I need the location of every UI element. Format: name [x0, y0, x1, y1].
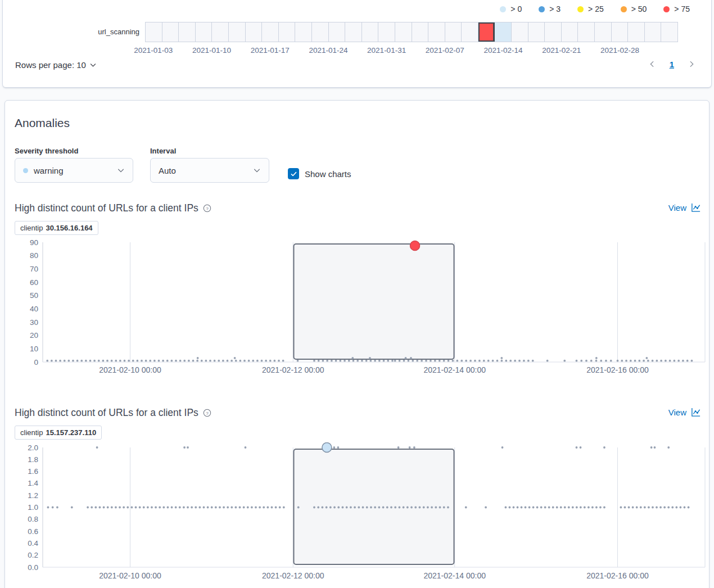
data-point	[584, 506, 586, 509]
data-point	[166, 360, 169, 362]
x-axis-tick-label: 2021-02-12 00:00	[262, 365, 324, 374]
data-point	[158, 360, 160, 362]
swimlane-cell[interactable]	[262, 22, 279, 42]
swimlane-cell[interactable]	[595, 22, 612, 42]
data-point	[354, 506, 356, 509]
data-point	[509, 506, 511, 509]
data-point	[448, 360, 450, 362]
anomaly-chart[interactable]: 01020304050607080902021-02-10 00:002021-…	[15, 239, 706, 377]
swimlane-cell[interactable]	[246, 22, 263, 42]
anomaly-marker[interactable]	[410, 241, 420, 250]
data-point	[124, 360, 126, 362]
clientip-badge: clientip 15.157.237.110	[15, 426, 102, 440]
data-point	[485, 506, 487, 509]
data-point	[136, 360, 138, 362]
data-point	[326, 360, 328, 362]
swimlane-cell[interactable]	[212, 22, 229, 42]
data-point	[346, 506, 348, 509]
swimlane-cell[interactable]	[495, 22, 512, 42]
next-page-button[interactable]	[686, 59, 697, 69]
data-point	[139, 506, 141, 509]
data-point	[684, 506, 686, 509]
swimlane-cell[interactable]	[345, 22, 362, 42]
swimlane-cell[interactable]	[661, 22, 677, 42]
swimlane-cell[interactable]	[478, 22, 495, 42]
swimlane-cell[interactable]	[512, 22, 528, 42]
question-mark-circle-icon[interactable]: ?	[203, 204, 211, 212]
swimlane-cell[interactable]	[645, 22, 662, 42]
data-point	[647, 360, 649, 362]
swimlane-cell[interactable]	[295, 22, 312, 42]
swimlane-cell[interactable]	[462, 22, 478, 42]
rows-per-page-button[interactable]: Rows per page: 10	[15, 60, 97, 70]
data-point	[353, 360, 355, 362]
data-point	[374, 506, 376, 509]
severity-threshold-value: warning	[34, 166, 64, 175]
anomaly-swimlane[interactable]	[145, 22, 678, 42]
data-point	[469, 360, 472, 362]
data-point	[56, 506, 58, 509]
data-point	[514, 360, 516, 362]
chevron-down-icon	[117, 166, 125, 174]
swimlane-cell[interactable]	[196, 22, 213, 42]
page-number-button[interactable]: 1	[670, 60, 674, 69]
interval-select[interactable]: Auto	[150, 158, 269, 183]
selected-time-range[interactable]	[293, 244, 454, 359]
swimlane-cell[interactable]	[578, 22, 595, 42]
data-point	[115, 506, 117, 509]
data-point	[405, 357, 407, 359]
swimlane-cell[interactable]	[545, 22, 562, 42]
swimlane-cell[interactable]	[362, 22, 379, 42]
swimlane-cell[interactable]	[528, 22, 545, 42]
data-point	[600, 360, 602, 362]
interval-label: Interval	[150, 147, 176, 155]
data-point	[333, 446, 335, 449]
data-point	[135, 506, 137, 509]
y-axis-tick-label: 0.6	[28, 527, 38, 536]
swimlane-cell[interactable]	[279, 22, 296, 42]
data-point	[630, 360, 632, 362]
data-point	[544, 506, 546, 509]
data-point	[266, 506, 269, 509]
swimlane-cell[interactable]	[162, 22, 179, 42]
data-point	[130, 506, 133, 509]
data-point	[175, 360, 177, 362]
swimlane-cell[interactable]	[412, 22, 429, 42]
data-point	[660, 360, 662, 362]
swimlane-cell[interactable]	[562, 22, 579, 42]
swimlane-cell[interactable]	[445, 22, 462, 42]
y-axis-tick-label: 50	[30, 291, 38, 300]
chart-title-text: High distinct count of URLs for a client…	[15, 202, 198, 214]
data-point	[430, 360, 432, 362]
data-point	[640, 506, 642, 509]
view-in-single-metric-viewer-link[interactable]: View	[668, 202, 701, 213]
swimlane-cell[interactable]	[146, 22, 162, 42]
swimlane-cell[interactable]	[612, 22, 629, 42]
previous-page-button[interactable]	[647, 59, 657, 69]
data-point	[663, 506, 666, 509]
view-in-single-metric-viewer-link[interactable]: View	[668, 407, 701, 418]
anomaly-chart[interactable]: 0.00.20.40.60.81.01.21.41.61.82.02021-02…	[15, 442, 706, 588]
swimlane-cell[interactable]	[395, 22, 412, 42]
data-point	[183, 446, 186, 449]
swimlane-cell[interactable]	[329, 22, 346, 42]
data-point	[650, 446, 653, 449]
data-point	[447, 506, 449, 509]
swimlane-cell[interactable]	[179, 22, 196, 42]
data-point	[572, 506, 574, 509]
data-point	[505, 506, 507, 509]
data-point	[667, 506, 670, 509]
swimlane-cell[interactable]	[428, 22, 445, 42]
show-charts-checkbox[interactable]	[288, 168, 299, 179]
swimlane-cell[interactable]	[312, 22, 329, 42]
swimlane-cell[interactable]	[628, 22, 645, 42]
y-axis-tick-label: 70	[30, 265, 38, 273]
data-point	[159, 506, 161, 509]
severity-threshold-select[interactable]: warning	[15, 158, 133, 183]
swimlane-cell[interactable]	[378, 22, 395, 42]
question-mark-circle-icon[interactable]: ?	[203, 409, 211, 417]
anomaly-marker[interactable]	[322, 443, 332, 453]
data-point	[209, 360, 211, 362]
swimlane-cell[interactable]	[229, 22, 246, 42]
data-point	[518, 360, 521, 362]
